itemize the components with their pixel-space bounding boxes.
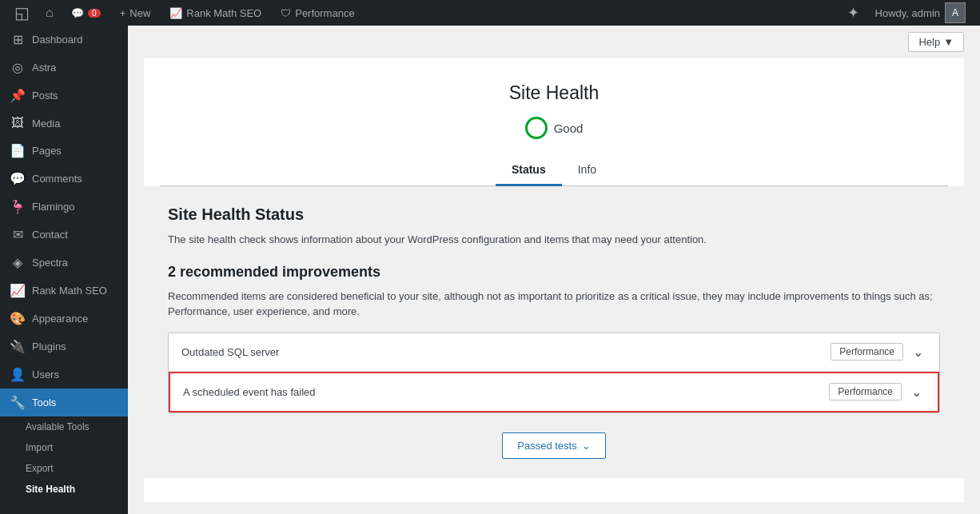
health-circle-good [525, 117, 548, 139]
sidebar-label-posts: Posts [32, 90, 58, 102]
issue-item-outdated-sql[interactable]: Outdated SQL server Performance ⌄ [169, 333, 939, 372]
page-title: Site Health [160, 82, 948, 104]
sidebar-item-comments[interactable]: 💬 Comments [0, 165, 128, 193]
export-label: Export [26, 463, 54, 474]
plus-icon: + [120, 7, 126, 19]
admin-bar: ◱ ⌂ 💬 0 + New 📈 Rank Math SEO 🛡 Performa… [0, 0, 980, 26]
adminbar-new[interactable]: + New [112, 0, 159, 26]
help-button[interactable]: Help ▼ [908, 32, 964, 52]
sidebar-item-tools[interactable]: 🔧 Tools [0, 388, 128, 416]
sidebar-item-appearance[interactable]: 🎨 Appearance [0, 305, 128, 333]
howdy-text: Howdy, admin [875, 7, 940, 19]
sidebar-label-flamingo: Flamingo [32, 201, 74, 213]
import-label: Import [26, 442, 53, 453]
issue-list: Outdated SQL server Performance ⌄ [168, 333, 940, 413]
comments-icon: 💬 [10, 171, 26, 186]
wp-logo[interactable]: ◱ [8, 3, 36, 22]
issue-item-scheduled-event[interactable]: A scheduled event has failed Performance… [169, 372, 939, 412]
issue-right-scheduled-event: Performance ⌄ [829, 383, 925, 401]
sidebar-label-users: Users [32, 369, 59, 381]
issue-tag-outdated-sql: Performance [831, 343, 903, 361]
passed-tests-chevron-icon: ⌄ [582, 440, 591, 452]
sidebar-label-contact: Contact [32, 229, 68, 241]
adminbar-new-label: New [129, 7, 150, 19]
ai-icon[interactable]: ✦ [841, 4, 866, 22]
sidebar-label-tools: Tools [32, 396, 56, 408]
sidebar-item-flamingo[interactable]: 🦩 Flamingo [0, 193, 128, 221]
issue-tag-scheduled-event: Performance [829, 383, 902, 400]
users-icon: 👤 [10, 367, 26, 382]
sidebar-item-rankmathseo[interactable]: 📈 Rank Math SEO [0, 277, 128, 305]
expand-btn-outdated-sql[interactable]: ⌄ [910, 343, 926, 361]
sidebar-item-contact[interactable]: ✉ Contact [0, 221, 128, 249]
help-bar: Help ▼ [128, 26, 980, 58]
sidebar: ⊞ Dashboard ◎ Astra 📌 Posts 🖼 Media 📄 Pa… [0, 26, 128, 514]
sidebar-label-spectra: Spectra [32, 257, 68, 269]
adminbar-rankmathseo[interactable]: 📈 Rank Math SEO [161, 0, 269, 26]
sidebar-item-dashboard[interactable]: ⊞ Dashboard [0, 26, 128, 54]
dashboard-icon: ⊞ [10, 32, 26, 47]
expand-btn-scheduled-event[interactable]: ⌄ [908, 383, 925, 401]
wp-wrap: ⊞ Dashboard ◎ Astra 📌 Posts 🖼 Media 📄 Pa… [0, 26, 980, 514]
appearance-icon: 🎨 [10, 311, 26, 326]
adminbar-howdy[interactable]: Howdy, admin A [869, 2, 972, 23]
submenu-item-available-tools[interactable]: Available Tools [0, 416, 128, 437]
red-arrow-head [168, 386, 170, 397]
health-tabs: Status Info [160, 155, 948, 186]
section-title: Site Health Status [168, 205, 940, 224]
adminbar-rankmath-label: Rank Math SEO [186, 7, 261, 19]
sidebar-item-media[interactable]: 🖼 Media [0, 110, 128, 137]
health-status-label: Good [554, 122, 584, 135]
main-content: Help ▼ Site Health Good Status Info [128, 26, 980, 514]
tools-icon: 🔧 [10, 395, 26, 410]
help-chevron-icon: ▼ [943, 36, 954, 48]
flamingo-icon: 🦩 [10, 199, 26, 214]
improvements-desc: Recommended items are considered benefic… [168, 289, 940, 320]
media-icon: 🖼 [10, 116, 26, 130]
astra-icon: ◎ [10, 60, 26, 75]
adminbar-comments[interactable]: 💬 0 [63, 0, 109, 26]
sidebar-label-dashboard: Dashboard [32, 34, 83, 46]
plugins-icon: 🔌 [10, 339, 26, 354]
passed-tests-button[interactable]: Passed tests ⌄ [502, 432, 605, 459]
issue-right-outdated-sql: Performance ⌄ [831, 343, 926, 361]
submenu-item-import[interactable]: Import [0, 437, 128, 458]
improvements-title: 2 recommended improvements [168, 264, 940, 281]
site-health-label: Site Health [26, 484, 75, 495]
issue-name-scheduled-event: A scheduled event has failed [183, 386, 316, 398]
page-wrap: Site Health Good Status Info Site Health… [144, 58, 964, 502]
section-desc: The site health check shows information … [168, 232, 940, 248]
issue-name-outdated-sql: Outdated SQL server [181, 346, 279, 358]
adminbar-performance-label: Performance [295, 7, 354, 19]
tab-info[interactable]: Info [562, 155, 612, 186]
avatar: A [945, 2, 966, 23]
site-health-header: Site Health Good Status Info [144, 58, 964, 186]
sidebar-item-users[interactable]: 👤 Users [0, 361, 128, 388]
posts-icon: 📌 [10, 88, 26, 103]
sidebar-label-media: Media [32, 118, 60, 129]
sidebar-item-pages[interactable]: 📄 Pages [0, 137, 128, 165]
sidebar-label-astra: Astra [32, 62, 56, 74]
tab-status[interactable]: Status [496, 155, 562, 186]
health-content: Site Health Status The site health check… [144, 186, 964, 478]
sidebar-label-rankmath: Rank Math SEO [32, 285, 107, 297]
adminbar-performance[interactable]: 🛡 Performance [273, 0, 362, 26]
comment-icon: 💬 [71, 7, 84, 19]
sidebar-label-plugins: Plugins [32, 341, 66, 353]
passed-tests-label: Passed tests [517, 440, 576, 452]
issue-item-wrapper-scheduled: A scheduled event has failed Performance… [169, 372, 939, 412]
sidebar-label-pages: Pages [32, 145, 62, 157]
sidebar-item-spectra[interactable]: ◈ Spectra [0, 249, 128, 277]
sidebar-item-posts[interactable]: 📌 Posts [0, 82, 128, 110]
site-icon[interactable]: ⌂ [39, 6, 60, 20]
rankmath-side-icon: 📈 [10, 283, 26, 298]
sidebar-item-plugins[interactable]: 🔌 Plugins [0, 333, 128, 361]
sidebar-item-astra[interactable]: ◎ Astra [0, 54, 128, 82]
adminbar-right: ✦ Howdy, admin A [841, 2, 972, 23]
sidebar-label-appearance: Appearance [32, 313, 88, 325]
available-tools-label: Available Tools [26, 421, 90, 432]
red-arrow [168, 386, 170, 397]
comments-badge: 0 [88, 9, 101, 18]
submenu-item-site-health[interactable]: Site Health [0, 479, 128, 500]
submenu-item-export[interactable]: Export [0, 458, 128, 479]
